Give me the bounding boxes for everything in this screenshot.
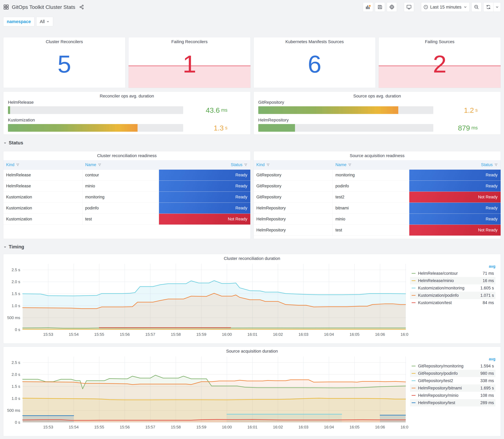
legend-item[interactable]: GitRepository/podinfo 980 ms <box>410 370 495 377</box>
gauge-value-number: 43.6 <box>206 106 220 114</box>
legend-series-avg: 338 ms <box>469 378 494 383</box>
svg-text:16:06: 16:06 <box>375 332 385 337</box>
stat-panel-title[interactable]: Cluster Reconcilers <box>3 37 125 45</box>
status-badge: Not Ready <box>409 225 501 236</box>
legend-avg-header[interactable]: avg <box>410 356 495 362</box>
legend-series-avg: 16 ms <box>469 278 494 283</box>
legend-item[interactable]: Kustomization/podinfo 1.071 s <box>410 292 495 299</box>
table-cell: test2 <box>333 192 409 203</box>
zoom-out-button[interactable] <box>471 2 481 12</box>
legend-item[interactable]: Kustomization/monitoring 1.605 s <box>410 284 495 292</box>
legend-series-name: HelmRepository/minio <box>418 393 469 398</box>
table-cell: test <box>333 225 409 236</box>
bar-gauge-panel: Reconciler ops avg. duration HelmRelease… <box>3 91 251 134</box>
section-status[interactable]: Status <box>3 140 23 146</box>
chart-panel-title[interactable]: Cluster reconciliation duration <box>3 254 501 261</box>
gauge-value: 1.3s <box>214 124 228 132</box>
filter-icon[interactable] <box>348 163 352 167</box>
legend-item[interactable]: HelmRepository/test 289 ms <box>410 399 495 406</box>
table-cell: Kustomization <box>3 192 83 203</box>
stat-panel-title[interactable]: Kubernetes Manifests Sources <box>254 37 376 45</box>
gauge-value-unit: s <box>475 107 478 113</box>
column-header-status[interactable]: Status <box>409 160 501 170</box>
svg-text:15:57: 15:57 <box>145 425 155 429</box>
legend-item[interactable]: HelmRelease/contour 71 ms <box>410 270 495 277</box>
time-range-picker[interactable]: Last 15 minutes <box>421 2 469 12</box>
svg-text:500 ms: 500 ms <box>7 408 20 413</box>
column-header-kind[interactable]: Kind <box>254 160 333 170</box>
filter-icon[interactable] <box>16 163 20 167</box>
chevron-down-icon <box>46 20 49 23</box>
status-badge: Not Ready <box>409 192 501 203</box>
cycle-view-mode-button[interactable] <box>404 2 414 12</box>
filter-icon[interactable] <box>494 163 498 167</box>
column-header-name[interactable]: Name <box>333 160 409 170</box>
legend-item[interactable]: HelmRepository/minio 108 ms <box>410 392 495 399</box>
svg-text:1.5 s: 1.5 s <box>12 384 20 389</box>
gauge-track <box>8 106 183 114</box>
gauge-value-number: 1.2 <box>464 106 474 114</box>
legend-item[interactable]: HelmRepository/bitnami 1.695 s <box>410 384 495 392</box>
gauge-value-number: 1.3 <box>214 124 224 132</box>
legend-item[interactable]: GitRepository/monitoring 1.594 s <box>410 362 495 370</box>
filter-icon[interactable] <box>244 163 247 167</box>
table-cell: HelmRepository <box>254 203 333 214</box>
svg-text:15:59: 15:59 <box>196 425 206 429</box>
svg-text:16:03: 16:03 <box>298 332 308 337</box>
column-header-status[interactable]: Status <box>159 160 250 170</box>
stat-panel: Failing Reconcilers 1 <box>128 37 251 88</box>
column-header-name[interactable]: Name <box>83 160 159 170</box>
svg-text:0 s: 0 s <box>15 327 20 332</box>
chart-panel-title[interactable]: Source acquisition duration <box>3 347 501 354</box>
status-cell: Not Ready <box>159 214 250 225</box>
table-cell: podinfo <box>333 181 409 192</box>
status-cell: Ready <box>159 192 250 203</box>
refresh-button-group <box>483 2 501 12</box>
svg-text:15:53: 15:53 <box>43 425 53 429</box>
dashboards-grid-icon[interactable] <box>3 4 9 10</box>
status-badge: Ready <box>409 170 501 181</box>
status-cell: Ready <box>409 181 501 192</box>
chart-plot-area[interactable]: 0 s500 ms1.0 s1.5 s2.0 s2.5 s15:5315:541… <box>5 354 408 431</box>
filter-icon[interactable] <box>98 163 101 167</box>
column-header-kind[interactable]: Kind <box>3 160 83 170</box>
stat-panel-title[interactable]: Failing Sources <box>379 37 501 45</box>
refresh-interval-dropdown[interactable] <box>493 2 501 12</box>
legend-series-avg: 1.594 s <box>469 364 494 368</box>
legend-item[interactable]: GitRepository/test2 338 ms <box>410 377 495 384</box>
gauge-panel-title[interactable]: Reconciler ops avg. duration <box>3 92 250 99</box>
gauge-bar-fill <box>8 106 10 114</box>
status-cell: Ready <box>409 170 501 181</box>
svg-text:2.5 s: 2.5 s <box>12 268 20 272</box>
add-panel-button[interactable] <box>363 2 373 12</box>
svg-text:15:53: 15:53 <box>43 332 53 337</box>
section-timing[interactable]: Timing <box>3 244 24 250</box>
legend-avg-header[interactable]: avg <box>410 263 495 270</box>
gauge-item: Kustomization 1.3s <box>8 118 246 132</box>
status-cell: Ready <box>159 170 250 181</box>
table-panel-title[interactable]: Source acquisition readiness <box>254 151 501 159</box>
legend-series-avg: 108 ms <box>469 393 494 398</box>
table-cell: contour <box>83 170 159 181</box>
legend-item[interactable]: Kustomization/test 84 ms <box>410 299 495 306</box>
legend-series-avg: 1.071 s <box>469 293 494 298</box>
table-cell: GitRepository <box>254 192 333 203</box>
refresh-button[interactable] <box>483 2 493 12</box>
status-cell: Ready <box>409 214 501 225</box>
dashboard-settings-button[interactable] <box>387 2 397 12</box>
table-cell: HelmRelease <box>3 170 83 181</box>
share-icon[interactable] <box>79 5 84 10</box>
variable-namespace-label[interactable]: namespace <box>3 17 35 26</box>
legend-item[interactable]: HelmRelease/minio 16 ms <box>410 277 495 284</box>
gauge-panel-title[interactable]: Source ops avg. duration <box>254 92 501 99</box>
svg-text:16:05: 16:05 <box>349 332 359 337</box>
filter-icon[interactable] <box>266 163 270 167</box>
table-panel-title[interactable]: Cluster reconciliation readiness <box>3 151 250 159</box>
gauge-item: GitRepository 1.2s <box>258 100 496 114</box>
status-badge: Ready <box>159 192 250 203</box>
variable-namespace-value-dropdown[interactable]: All <box>36 17 53 26</box>
chart-plot-area[interactable]: 0 s500 ms1.0 s1.5 s2.0 s2.5 s15:5315:541… <box>5 261 408 338</box>
save-dashboard-button[interactable] <box>375 2 385 12</box>
status-cell: Ready <box>159 203 250 214</box>
stat-panel-title[interactable]: Failing Reconcilers <box>129 37 250 45</box>
